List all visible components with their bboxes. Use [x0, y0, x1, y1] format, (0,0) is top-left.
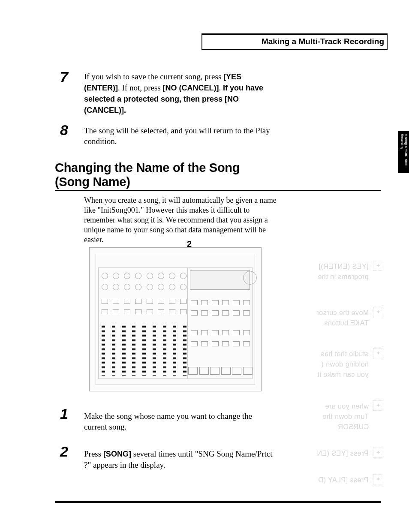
device-right-row-4 [191, 340, 250, 347]
step-number-1: 1 [60, 406, 68, 422]
ghost-text: you can make it [317, 370, 369, 379]
step-text-2: Press [SONG] several times until "SNG So… [84, 448, 277, 470]
device-transport [188, 366, 253, 376]
ghost-icon: ✦ [373, 448, 383, 458]
step-text-1: Make the song whose name you want to cha… [84, 411, 277, 432]
ghost-text: Turn down the [322, 412, 369, 421]
section-heading: Changing the Name of the Song (Song Name… [55, 161, 240, 189]
heading-rule [55, 190, 381, 191]
step-number-7: 7 [60, 69, 68, 85]
footer-rule [55, 501, 381, 503]
step-text-7: If you wish to save the current song, pr… [84, 71, 277, 116]
device-dial [243, 271, 257, 285]
side-tab-label: Making a Multi-TrackRecording [400, 134, 408, 165]
ghost-icon: ✦ [373, 307, 383, 317]
ghost-icon: ✦ [373, 261, 383, 271]
ghost-text: when you are [325, 402, 369, 411]
ghost-text: [YES (ENTER)] [319, 262, 369, 271]
section-intro: When you create a song, it will automati… [84, 195, 277, 245]
device-button-row-1 [102, 298, 186, 304]
device-button-row-2 [102, 309, 186, 315]
device-faders [102, 325, 186, 376]
ghost-text: studio that has [321, 350, 369, 358]
ghost-text: Press [PLAY (D [318, 476, 369, 484]
ghost-text: CURSOR [338, 423, 369, 431]
device-right-row-3 [191, 329, 250, 336]
ghost-icon: ✦ [373, 400, 383, 411]
step-number-8: 8 [60, 122, 68, 138]
ghost-icon: ✦ [373, 474, 383, 484]
breadcrumb: Making a Multi-Track Recording [201, 33, 388, 50]
ghost-text: TAKE buttons [324, 319, 369, 328]
breadcrumb-text: Making a Multi-Track Recording [262, 37, 384, 46]
step-text-8: The song will be selected, and you will … [84, 125, 277, 147]
device-knob-row-2 [102, 282, 186, 292]
ghost-text: holding down ( [321, 360, 369, 369]
ghost-text: Move the cursor [316, 309, 369, 317]
step-number-2: 2 [60, 443, 68, 460]
ghost-text: programs in the [318, 273, 369, 281]
device-knob-row-1 [102, 271, 186, 280]
device-right-row-1 [191, 299, 250, 306]
device-screen [190, 270, 250, 290]
device-right-row-2 [191, 310, 250, 316]
ghost-icon: ✦ [373, 348, 383, 358]
ghost-text: Press [YES (EN [317, 449, 369, 458]
device-figure [89, 247, 262, 391]
heading-line2: (Song Name) [55, 175, 130, 189]
heading-line1: Changing the Name of the Song [55, 161, 240, 174]
side-tab: Making a Multi-TrackRecording [398, 131, 409, 173]
